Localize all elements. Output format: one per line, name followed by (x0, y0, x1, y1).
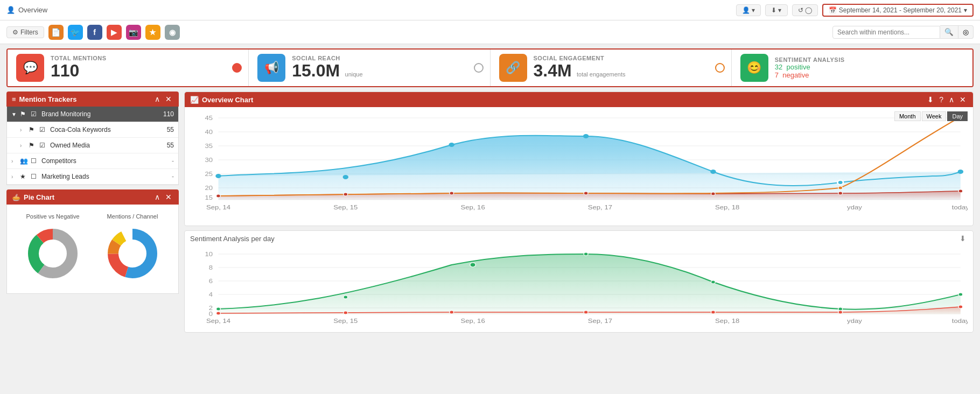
download-btn[interactable]: ⬇ ▾ (765, 4, 787, 16)
reach-indicator (474, 63, 484, 73)
svg-point-26 (583, 134, 589, 138)
pie1-chart (23, 224, 82, 283)
svg-point-63 (958, 293, 963, 296)
channel-icon-instagram[interactable]: 📷 (126, 25, 141, 40)
channel-icon-facebook[interactable]: f (87, 25, 102, 40)
tracker-owned-media[interactable]: › ⚑ ☑ Owned Media 55 (7, 138, 178, 153)
trackers-collapse-btn[interactable]: ∧ (153, 95, 162, 103)
sentiment-chart-body: 10 8 6 4 2 0 (185, 246, 973, 332)
tracker-marketing-leads[interactable]: › ★ ☐ Marketing Leads - (7, 169, 178, 185)
svg-text:Sep, 14: Sep, 14 (206, 318, 231, 324)
chart-download-btn[interactable]: ⬇ (926, 95, 935, 104)
chart-close-btn[interactable]: ✕ (958, 95, 968, 104)
pie-chart-header: 🥧 Pie Chart ∧ ✕ (6, 189, 179, 205)
chart-collapse-btn[interactable]: ∧ (947, 95, 956, 104)
svg-text:25: 25 (205, 171, 213, 177)
overview-chart-panel: 📈 Overview Chart ⬇ ? ∧ ✕ Month Week Day (184, 92, 974, 226)
filters-btn[interactable]: ⚙ Filters (6, 26, 44, 38)
chevron-down-icon: ▾ (964, 6, 967, 14)
tracker-flag-icon: ⚑ (29, 142, 37, 149)
reach-icon: 📢 (257, 54, 285, 82)
svg-text:20: 20 (205, 185, 213, 191)
stat-social-reach: 📢 SOCIAL REACH 15.0M unique (248, 50, 489, 86)
svg-point-60 (584, 252, 588, 256)
svg-text:today: today (952, 318, 968, 324)
pie-positive-negative: Positive vs Negative (23, 213, 82, 285)
mentions-value: 110 (51, 61, 240, 80)
channel-icon-other[interactable]: ◉ (165, 25, 180, 40)
sentiment-icon: 😊 (740, 54, 768, 82)
pie-collapse-btn[interactable]: ∧ (153, 193, 162, 201)
tracker-cocacola[interactable]: › ⚑ ☑ Coca-Cola Keywords 55 (7, 122, 178, 138)
filters-label: Filters (20, 29, 38, 36)
tracker-checkbox: ☑ (39, 126, 48, 133)
pie2-chart (103, 224, 162, 283)
tracker-name: Coca-Cola Keywords (50, 126, 167, 133)
svg-point-27 (710, 170, 716, 174)
engagement-indicator (715, 63, 725, 73)
channel-icon-youtube[interactable]: ▶ (107, 25, 122, 40)
stat-total-mentions: 💬 TOTAL MENTIONS 110 (8, 50, 248, 86)
search-input[interactable] (832, 26, 940, 39)
channel-icon-star[interactable]: ★ (145, 25, 160, 40)
pie1-title: Positive vs Negative (23, 213, 82, 220)
svg-text:today: today (952, 205, 968, 210)
left-panel: ≡ Mention Trackers ∧ ✕ ▼ ⚑ ☑ Brand Monit… (6, 92, 179, 383)
trackers-close-btn[interactable]: ✕ (164, 95, 173, 103)
svg-text:0: 0 (209, 311, 213, 317)
negative-value: 7 (775, 71, 779, 79)
time-btn-month[interactable]: Month (894, 111, 921, 121)
svg-text:Sep, 17: Sep, 17 (588, 205, 612, 210)
time-btn-week[interactable]: Week (922, 111, 947, 121)
channel-icon-twitter[interactable]: 🐦 (68, 25, 83, 40)
time-btn-day[interactable]: Day (947, 111, 968, 121)
date-range-btn[interactable]: 📅 September 14, 2021 - September 20, 202… (822, 4, 974, 17)
mentions-info: TOTAL MENTIONS 110 (51, 55, 240, 80)
svg-point-68 (711, 311, 715, 314)
svg-point-31 (344, 193, 348, 196)
chart-help-btn[interactable]: ? (937, 95, 945, 104)
channel-icon-news[interactable]: 📄 (48, 25, 64, 40)
svg-text:Sep, 16: Sep, 16 (460, 205, 485, 210)
sentiment-chart-title: Sentiment Analysis per day (190, 235, 275, 243)
stat-social-engagement: 🔗 SOCIAL ENGAGEMENT 3.4M total engagemen… (490, 50, 731, 86)
svg-point-57 (216, 307, 221, 311)
tracker-competitors[interactable]: › 👥 ☐ Competitors - (7, 153, 178, 169)
history-btn[interactable]: ↺ ◯ (792, 4, 818, 16)
svg-point-25 (449, 143, 454, 147)
right-panel: 📈 Overview Chart ⬇ ? ∧ ✕ Month Week Day (184, 92, 974, 383)
pie-chart-body: Positive vs Negative Men (6, 205, 179, 294)
top-bar-actions: 👤 ▾ ⬇ ▾ ↺ ◯ 📅 September 14, 2021 - Septe… (736, 4, 974, 17)
tracker-expand-icon: ▼ (11, 111, 20, 117)
gray-indicator-dot (474, 63, 484, 73)
tracker-count: 55 (167, 126, 174, 133)
tracker-brand-monitoring[interactable]: ▼ ⚑ ☑ Brand Monitoring 110 (7, 107, 178, 122)
svg-text:Sep, 16: Sep, 16 (460, 318, 485, 324)
tracker-flag-icon: ★ (20, 173, 29, 180)
pie-icon: 🥧 (12, 193, 20, 201)
pie2-title: Mentions / Channel (103, 213, 162, 220)
pie-mentions-channel: Mentions / Channel (103, 213, 162, 285)
svg-point-33 (584, 192, 588, 195)
person-dropdown-btn[interactable]: 👤 ▾ (736, 4, 761, 16)
search-submit-btn[interactable]: 🔍 (940, 25, 958, 39)
overview-chart-header-left: 📈 Overview Chart (190, 96, 253, 104)
reach-sub: unique (345, 71, 363, 78)
pie-charts-container: Positive vs Negative Men (7, 205, 178, 293)
sentiment-label: SENTIMENT ANALYSIS (775, 57, 964, 63)
svg-point-29 (958, 170, 964, 174)
sentiment-download-btn[interactable]: ⬇ (958, 234, 968, 243)
mention-trackers-header-right: ∧ ✕ (153, 95, 173, 103)
search-extra-btn[interactable]: ◎ (958, 25, 974, 39)
tracker-name: Marketing Leads (41, 173, 172, 180)
svg-point-28 (837, 180, 843, 185)
svg-text:Sep, 18: Sep, 18 (715, 205, 739, 210)
svg-point-30 (216, 194, 221, 198)
tracker-name: Competitors (41, 157, 172, 165)
svg-point-37 (838, 186, 843, 189)
pie-close-btn[interactable]: ✕ (164, 193, 173, 201)
negative-label: negative (782, 71, 809, 79)
overview-chart-svg: 45 40 35 30 25 20 15 (190, 112, 968, 217)
svg-point-61 (711, 280, 715, 284)
svg-text:35: 35 (205, 143, 213, 149)
